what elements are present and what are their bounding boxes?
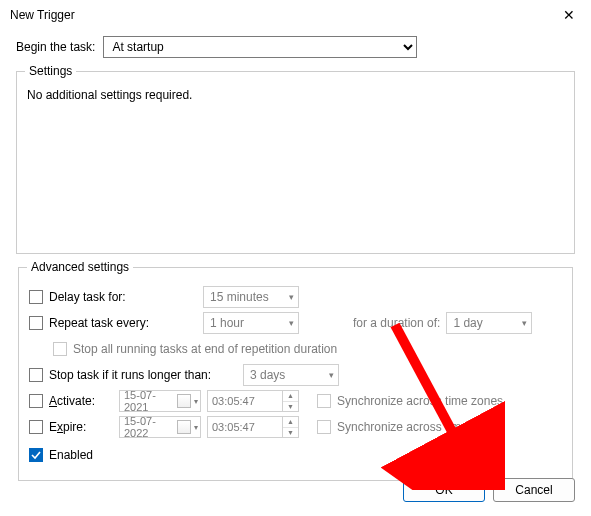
close-button[interactable]: ✕ — [547, 0, 591, 30]
enabled-checkbox[interactable] — [29, 448, 43, 462]
cancel-button[interactable]: Cancel — [493, 478, 575, 502]
expire-label: Expire: — [49, 420, 113, 434]
expire-sync-label: Synchronize across time zones — [337, 420, 503, 434]
repeat-value: 1 hour — [210, 316, 244, 330]
settings-message: No additional settings required. — [27, 88, 564, 102]
activate-sync-checkbox — [317, 394, 331, 408]
activate-checkbox[interactable] — [29, 394, 43, 408]
repeat-combo[interactable]: 1 hour ▾ — [203, 312, 299, 334]
calendar-icon — [177, 420, 191, 434]
repeat-checkbox[interactable] — [29, 316, 43, 330]
chevron-down-icon: ▾ — [194, 423, 198, 432]
expire-date[interactable]: 15-07-2022 ▾ — [119, 416, 201, 438]
stop-longer-label: Stop task if it runs longer than: — [49, 368, 237, 382]
spinner-icon[interactable]: ▲▼ — [282, 417, 298, 437]
activate-date[interactable]: 15-07-2021 ▾ — [119, 390, 201, 412]
chevron-down-icon: ▾ — [522, 318, 527, 328]
duration-combo[interactable]: 1 day ▾ — [446, 312, 532, 334]
expire-sync-checkbox — [317, 420, 331, 434]
stop-longer-checkbox[interactable] — [29, 368, 43, 382]
chevron-down-icon: ▾ — [329, 370, 334, 380]
delay-value: 15 minutes — [210, 290, 269, 304]
stop-longer-value: 3 days — [250, 368, 285, 382]
advanced-legend: Advanced settings — [27, 260, 133, 274]
delay-checkbox[interactable] — [29, 290, 43, 304]
chevron-down-icon: ▾ — [289, 292, 294, 302]
activate-time-value: 03:05:47 — [212, 395, 282, 407]
duration-value: 1 day — [453, 316, 482, 330]
repeat-label: Repeat task every: — [49, 316, 197, 330]
activate-label: Activate: — [49, 394, 113, 408]
chevron-down-icon: ▾ — [194, 397, 198, 406]
begin-task-select[interactable]: At startup — [103, 36, 417, 58]
expire-time[interactable]: 03:05:47 ▲▼ — [207, 416, 299, 438]
calendar-icon — [177, 394, 191, 408]
settings-legend: Settings — [25, 64, 76, 78]
begin-task-label: Begin the task: — [16, 40, 95, 54]
delay-label: Delay task for: — [49, 290, 197, 304]
stop-longer-combo[interactable]: 3 days ▾ — [243, 364, 339, 386]
stop-all-label: Stop all running tasks at end of repetit… — [73, 342, 337, 356]
activate-sync-label: Synchronize across time zones — [337, 394, 503, 408]
enabled-label: Enabled — [49, 448, 93, 462]
settings-group: Settings No additional settings required… — [16, 64, 575, 254]
close-icon: ✕ — [563, 7, 575, 23]
chevron-down-icon: ▾ — [289, 318, 294, 328]
expire-date-value: 15-07-2022 — [124, 415, 174, 439]
ok-button[interactable]: OK — [403, 478, 485, 502]
spinner-icon[interactable]: ▲▼ — [282, 391, 298, 411]
check-icon — [31, 450, 41, 460]
activate-time[interactable]: 03:05:47 ▲▼ — [207, 390, 299, 412]
window-title: New Trigger — [10, 8, 75, 22]
expire-checkbox[interactable] — [29, 420, 43, 434]
duration-label: for a duration of: — [353, 316, 440, 330]
stop-all-checkbox — [53, 342, 67, 356]
expire-time-value: 03:05:47 — [212, 421, 282, 433]
activate-date-value: 15-07-2021 — [124, 389, 174, 413]
advanced-settings-group: Advanced settings Delay task for: 15 min… — [18, 260, 573, 481]
delay-combo[interactable]: 15 minutes ▾ — [203, 286, 299, 308]
